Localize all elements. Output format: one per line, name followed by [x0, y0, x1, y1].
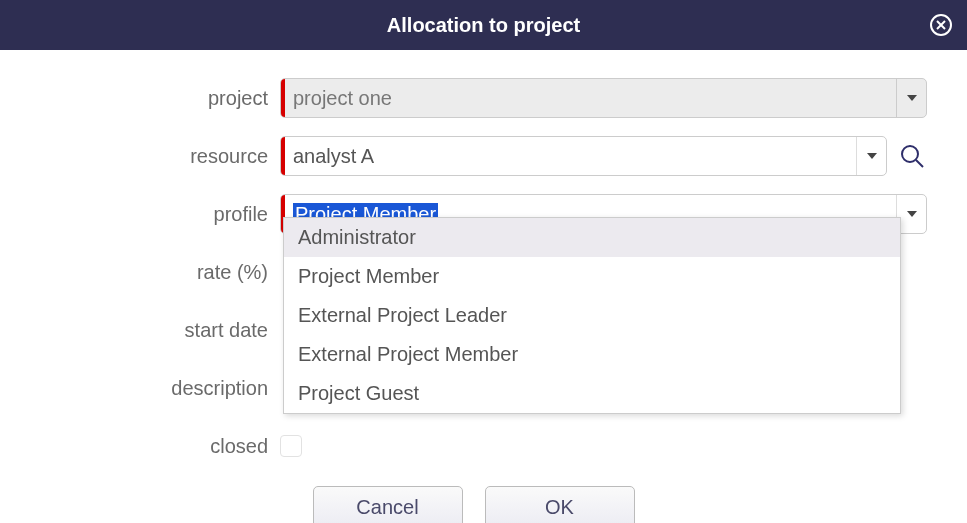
caret-down-icon [867, 153, 877, 159]
profile-option[interactable]: Project Guest [284, 374, 900, 413]
button-row: Cancel OK [20, 486, 927, 523]
label-description: description [20, 377, 280, 400]
profile-option[interactable]: External Project Leader [284, 296, 900, 335]
project-dropdown[interactable]: project one [280, 78, 927, 118]
dialog-header: Allocation to project [0, 0, 967, 50]
resource-value: analyst A [293, 145, 856, 168]
caret-down-icon [907, 211, 917, 217]
row-resource: resource analyst A [20, 138, 927, 174]
caret-resource [856, 137, 886, 175]
label-resource: resource [20, 145, 280, 168]
close-icon [929, 13, 953, 37]
resource-search-button[interactable] [897, 141, 927, 171]
caret-project [896, 79, 926, 117]
required-indicator [281, 79, 285, 117]
row-closed: closed [20, 428, 927, 464]
caret-down-icon [907, 95, 917, 101]
resource-dropdown[interactable]: analyst A [280, 136, 887, 176]
label-closed: closed [20, 435, 280, 458]
project-value: project one [293, 87, 896, 110]
label-project: project [20, 87, 280, 110]
search-icon [899, 143, 925, 169]
svg-line-4 [916, 160, 923, 167]
label-start-date: start date [20, 319, 280, 342]
profile-option[interactable]: External Project Member [284, 335, 900, 374]
profile-option[interactable]: Administrator [284, 218, 900, 257]
row-project: project project one [20, 80, 927, 116]
ok-button[interactable]: OK [485, 486, 635, 523]
label-rate: rate (%) [20, 261, 280, 284]
required-indicator [281, 137, 285, 175]
closed-checkbox[interactable] [280, 435, 302, 457]
profile-options-list: Administrator Project Member External Pr… [283, 217, 901, 414]
dialog-title: Allocation to project [387, 14, 580, 37]
close-button[interactable] [927, 11, 955, 39]
cancel-button[interactable]: Cancel [313, 486, 463, 523]
svg-point-3 [902, 146, 918, 162]
profile-option[interactable]: Project Member [284, 257, 900, 296]
label-profile: profile [20, 203, 280, 226]
